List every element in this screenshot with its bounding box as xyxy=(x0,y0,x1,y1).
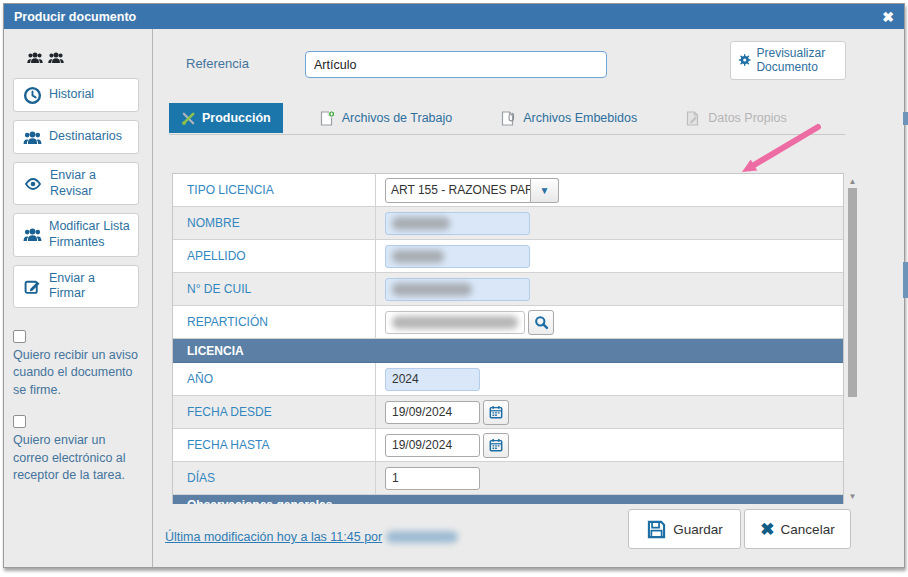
cuil-input xyxy=(385,278,530,301)
anio-input[interactable] xyxy=(385,368,480,391)
section-header-licencia: LICENCIA xyxy=(173,339,843,363)
tab-archivos-de-trabajo[interactable]: Archivos de Trabajo xyxy=(307,103,464,133)
fecha-desde-calendar-button[interactable] xyxy=(483,400,509,425)
notification-options: Quiero recibir un aviso cuando el docume… xyxy=(13,330,142,485)
sidebar: Historial Destinatarios Enviar a Revisar… xyxy=(4,29,153,567)
form-scrollbar[interactable]: ▲ ▼ xyxy=(846,173,859,504)
field-label: APELLIDO xyxy=(173,240,376,272)
button-label: Destinatarios xyxy=(49,129,122,145)
tools-icon xyxy=(181,111,196,126)
screenshot-stage: Producir documento ✖ Historial Destinata… xyxy=(0,0,908,577)
redacted-value xyxy=(392,283,472,296)
main-content: Referencia Previsualizar Documento Produ… xyxy=(153,29,904,567)
file-edit-icon xyxy=(685,110,702,127)
dialog-title: Producir documento xyxy=(14,10,136,24)
redacted-value xyxy=(392,316,518,329)
save-button[interactable]: Guardar xyxy=(628,509,741,549)
button-label: Enviar a Revisar xyxy=(50,168,132,199)
cancel-button[interactable]: ✖ Cancelar xyxy=(744,509,851,549)
tipo-licencia-dropdown[interactable]: ART 155 - RAZONES PART ▼ xyxy=(385,178,559,203)
tab-archivos-embebidos[interactable]: Archivos Embebidos xyxy=(488,103,649,133)
apellido-input xyxy=(385,245,530,268)
field-label: REPARTICIÓN xyxy=(173,306,376,338)
tab-divider xyxy=(169,134,845,135)
group-icon xyxy=(48,51,64,64)
button-label: Historial xyxy=(49,87,94,103)
close-icon[interactable]: ✖ xyxy=(882,10,894,24)
tab-produccion[interactable]: Producción xyxy=(169,103,283,133)
save-icon xyxy=(646,519,667,540)
field-label: FECHA HASTA xyxy=(173,429,376,461)
button-label: Cancelar xyxy=(781,522,835,537)
last-modified-text: Última modificación hoy a las 11:45 por xyxy=(165,530,382,544)
page-scrollbar-fragment xyxy=(903,112,908,125)
table-row: AÑO xyxy=(173,363,843,396)
field-label: AÑO xyxy=(173,363,376,395)
reference-input[interactable] xyxy=(305,51,607,78)
enviar-a-revisar-button[interactable]: Enviar a Revisar xyxy=(13,162,139,205)
table-row: REPARTICIÓN xyxy=(173,306,843,339)
button-label: Enviar a Firmar xyxy=(49,271,132,302)
field-label: NOMBRE xyxy=(173,207,376,239)
dialog-body: Historial Destinatarios Enviar a Revisar… xyxy=(4,29,904,567)
field-label: FECHA DESDE xyxy=(173,396,376,428)
table-row: FECHA HASTA xyxy=(173,429,843,462)
redacted-user-name xyxy=(386,531,458,543)
enviar-a-firmar-button[interactable]: Enviar a Firmar xyxy=(13,265,139,308)
reparticion-input[interactable] xyxy=(385,311,525,334)
send-email-checkbox[interactable] xyxy=(13,415,26,428)
tab-datos-propios: Datos Propios xyxy=(673,103,799,133)
dias-input[interactable] xyxy=(385,467,480,490)
gear-icon xyxy=(738,49,751,71)
page-scrollbar-fragment xyxy=(903,262,908,298)
modificar-lista-firmantes-button[interactable]: Modificar Lista Firmantes xyxy=(13,213,139,256)
producir-documento-dialog: Producir documento ✖ Historial Destinata… xyxy=(3,3,905,568)
chevron-down-icon[interactable]: ▼ xyxy=(531,178,559,203)
fecha-desde-input[interactable] xyxy=(385,401,480,424)
file-attach-icon xyxy=(500,110,517,127)
notify-on-sign-option: Quiero recibir un aviso cuando el docume… xyxy=(13,330,142,400)
tab-label: Archivos de Trabajo xyxy=(342,111,452,125)
button-label: Previsualizar Documento xyxy=(756,46,838,75)
table-row: APELLIDO xyxy=(173,240,843,273)
calendar-icon xyxy=(489,405,503,419)
scrollbar-thumb[interactable] xyxy=(848,188,857,397)
button-label: Modificar Lista Firmantes xyxy=(49,219,132,250)
checkbox-label: Quiero recibir un aviso cuando el docume… xyxy=(13,347,142,400)
historial-button[interactable]: Historial xyxy=(13,78,139,112)
scroll-down-icon[interactable]: ▼ xyxy=(846,490,859,502)
last-modified-link[interactable]: Última modificación hoy a las 11:45 por xyxy=(165,530,458,544)
fecha-hasta-calendar-button[interactable] xyxy=(483,433,509,458)
button-label: Guardar xyxy=(673,522,723,537)
search-icon xyxy=(534,315,549,330)
fecha-hasta-input[interactable] xyxy=(385,434,480,457)
checkbox-label: Quiero enviar un correo electrónico al r… xyxy=(13,432,142,485)
field-label: TIPO LICENCIA xyxy=(173,174,376,206)
table-row: FECHA DESDE xyxy=(173,396,843,429)
redacted-value xyxy=(392,217,450,230)
notify-on-sign-checkbox[interactable] xyxy=(13,330,26,343)
group-icon xyxy=(27,51,43,64)
destinatarios-button[interactable]: Destinatarios xyxy=(13,120,139,154)
scroll-up-icon[interactable]: ▲ xyxy=(846,175,859,187)
tab-label: Datos Propios xyxy=(708,111,787,125)
reference-row: Referencia Previsualizar Documento xyxy=(153,29,904,99)
eye-icon xyxy=(23,176,43,192)
field-label: DÍAS xyxy=(173,462,376,494)
clock-icon xyxy=(23,86,42,105)
edit-icon xyxy=(23,278,42,295)
tab-bar: Producción Archivos de Trabajo Archivos … xyxy=(169,103,799,133)
group-icon xyxy=(23,227,42,242)
reparticion-search-button[interactable] xyxy=(528,310,554,335)
group-icon xyxy=(23,130,42,145)
reference-label: Referencia xyxy=(186,56,249,71)
dropdown-value: ART 155 - RAZONES PART xyxy=(385,178,531,203)
preview-document-button[interactable]: Previsualizar Documento xyxy=(730,41,846,80)
signers-indicator xyxy=(27,51,142,64)
redacted-value xyxy=(392,250,444,263)
file-add-icon xyxy=(319,110,336,127)
license-form-table: TIPO LICENCIA ART 155 - RAZONES PART ▼ N… xyxy=(172,173,844,504)
table-row: N° DE CUIL xyxy=(173,273,843,306)
dialog-titlebar: Producir documento ✖ xyxy=(4,4,904,29)
field-label: N° DE CUIL xyxy=(173,273,376,305)
